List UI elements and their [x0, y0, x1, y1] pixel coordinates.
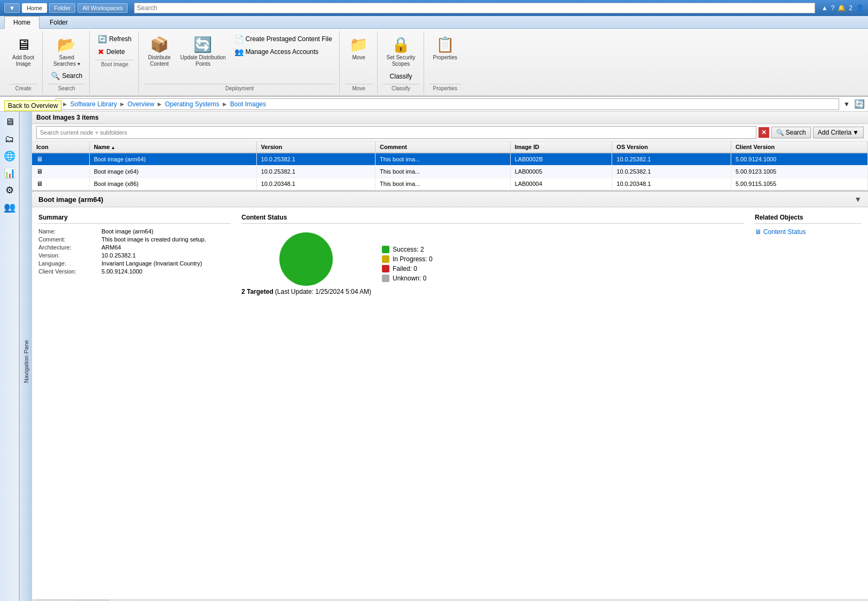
refresh-button[interactable]: 🔄 Refresh: [95, 33, 134, 45]
classify-buttons: 🔒 Set SecurityScopes: [383, 33, 419, 71]
classify-button-small[interactable]: Classify: [387, 71, 415, 82]
col-comment[interactable]: Comment: [376, 142, 511, 153]
notification-icon[interactable]: 🔔: [838, 4, 846, 12]
table-row[interactable]: 🖥 Boot image (x64) 10.0.25382.1 This boo…: [32, 166, 868, 178]
col-version[interactable]: Version: [256, 142, 376, 153]
search-clear-button[interactable]: ✕: [758, 127, 769, 138]
summary-field-row: Comment:This boot image is created durin…: [38, 236, 231, 243]
search-button-small[interactable]: 🔍 Search: [48, 70, 85, 82]
detail-header: Boot image (arm64) ▼: [32, 192, 868, 207]
ribbon-tab-home[interactable]: Home: [4, 16, 40, 29]
row-icon: 🖥: [36, 155, 43, 163]
create-prestaged-button[interactable]: 📄 Create Prestaged Content File: [232, 33, 335, 45]
breadcrumb-operating-systems[interactable]: Operating Systems: [165, 100, 220, 108]
table-row[interactable]: 🖥 Boot image (arm64) 10.0.25382.1 This b…: [32, 153, 868, 166]
pie-chart: [279, 232, 333, 286]
col-name[interactable]: Name: [89, 142, 256, 153]
distribute-content-icon: 📦: [150, 36, 169, 53]
refresh-address-icon[interactable]: 🔄: [854, 99, 865, 109]
search-buttons: 📂 SavedSearches ▾: [50, 33, 84, 70]
table-row[interactable]: 🖥 Boot image (x86) 10.0.20348.1 This boo…: [32, 178, 868, 190]
back-to-overview-text: Back to Overview: [8, 102, 58, 110]
sidebar-icon-5[interactable]: ⚙: [2, 182, 18, 198]
search-bar: ✕ 🔍 Search Add Criteria ▼: [32, 124, 868, 142]
update-dist-points-label: Update DistributionPoints: [180, 54, 225, 67]
content-status-section: Content Status 2 Targeted (Last Update: …: [241, 214, 744, 593]
add-boot-image-button[interactable]: 🖥 Add BootImage: [9, 33, 38, 70]
manage-access-label: Manage Access Accounts: [246, 48, 319, 56]
move-group-label: Move: [345, 84, 373, 91]
col-image-id[interactable]: Image ID: [510, 142, 612, 153]
ribbon-group-move: 📁 Move Move: [341, 31, 378, 93]
related-link-item[interactable]: 🖥Content Status: [755, 228, 862, 236]
cell-client-version: 5.00.9123.1005: [731, 166, 867, 178]
chart-label: 2 Targeted (Last Update: 1/25/2024 5:04 …: [241, 288, 371, 295]
related-section: Related Objects 🖥Content Status: [755, 214, 862, 593]
breadcrumb-boot-images[interactable]: Boot Images: [230, 100, 266, 108]
breadcrumb-sep3: ►: [222, 100, 228, 108]
col-icon[interactable]: Icon: [32, 142, 89, 153]
ribbon-tab-folder[interactable]: Folder: [41, 16, 77, 28]
cell-image-id: LAB00004: [510, 178, 612, 190]
user-icon[interactable]: 👤: [856, 4, 864, 12]
cell-icon: 🖥: [32, 166, 89, 178]
breadcrumb: \ ► Software Library ► Overview ► Operat…: [56, 98, 839, 110]
col-client-version[interactable]: Client Version: [731, 142, 867, 153]
saved-searches-button[interactable]: 📂 SavedSearches ▾: [50, 33, 84, 70]
navigation-pane-label: Navigation Pane: [19, 112, 32, 601]
sidebar-icon-4[interactable]: 📊: [2, 165, 18, 181]
manage-access-button[interactable]: 👥 Manage Access Accounts: [232, 46, 335, 58]
col-os-version[interactable]: OS Version: [612, 142, 731, 153]
breadcrumb-dropdown[interactable]: ▼: [841, 99, 852, 110]
sidebar-icon-2[interactable]: 🗂: [2, 131, 18, 147]
help-icon[interactable]: ?: [831, 4, 835, 12]
delete-button[interactable]: ✖ Delete: [95, 46, 134, 58]
field-label: Version:: [38, 252, 97, 259]
legend-color: [382, 255, 389, 263]
set-security-scopes-button[interactable]: 🔒 Set SecurityScopes: [383, 33, 419, 70]
cell-comment: This boot ima...: [376, 166, 511, 178]
create-buttons: 🖥 Add BootImage: [9, 33, 38, 82]
search-input[interactable]: [36, 126, 756, 139]
workspace-selector[interactable]: All Workspaces: [77, 3, 128, 13]
sidebar-icon-1[interactable]: 🖥: [2, 114, 18, 130]
sidebar-icon-6[interactable]: 👥: [2, 199, 18, 215]
global-search-input[interactable]: [134, 3, 815, 13]
collapse-icon[interactable]: ▲: [822, 4, 828, 12]
ribbon-group-create: 🖥 Add BootImage Create: [4, 31, 43, 93]
cell-os-version: 10.0.20348.1: [612, 178, 731, 190]
classify-group-label: Classify: [383, 84, 419, 91]
ribbon-content: 🖥 Add BootImage Create 📂 SavedSearches ▾…: [0, 29, 868, 96]
update-dist-points-button[interactable]: 🔄 Update DistributionPoints: [176, 33, 229, 70]
field-value: 5.00.9124.1000: [101, 268, 142, 275]
summary-field-row: Client Version:5.00.9124.1000: [38, 268, 231, 275]
boot-images-table: Icon Name Version Comment Image ID OS Ve…: [32, 142, 868, 190]
back-to-overview-tooltip: Back to Overview: [4, 100, 61, 111]
field-value: Boot image (arm64): [101, 228, 153, 235]
cell-image-id: LAB0002B: [510, 153, 612, 166]
breadcrumb-overview[interactable]: Overview: [128, 100, 154, 108]
detail-collapse-btn[interactable]: ▼: [854, 195, 862, 204]
list-section: Boot Images 3 items ✕ 🔍 Search Add Crite…: [32, 112, 868, 191]
move-button[interactable]: 📁 Move: [345, 33, 373, 64]
ribbon-tabs: Home Folder: [0, 16, 868, 29]
search-execute-button[interactable]: 🔍 Search: [771, 127, 811, 138]
update-dist-points-icon: 🔄: [193, 36, 212, 53]
cell-comment: This boot ima...: [376, 178, 511, 190]
properties-button[interactable]: 📋 Properties: [429, 33, 462, 64]
manage-access-icon: 👥: [234, 48, 244, 56]
add-criteria-button[interactable]: Add Criteria ▼: [813, 127, 864, 138]
cell-icon: 🖥: [32, 153, 89, 166]
legend-color: [382, 246, 389, 253]
cell-client-version: 5.00.9115.1055: [731, 178, 867, 190]
tab-home[interactable]: Home: [22, 3, 47, 13]
sidebar-icon-3[interactable]: 🌐: [2, 148, 18, 164]
sidebar-collapse-btn[interactable]: ▼: [4, 598, 15, 601]
legend-label: Success: 2: [393, 246, 424, 253]
field-label: Language:: [38, 260, 97, 267]
tab-folder[interactable]: Folder: [49, 3, 75, 13]
search-icon: 🔍: [776, 129, 784, 136]
distribute-content-button[interactable]: 📦 DistributeContent: [144, 33, 174, 70]
breadcrumb-software-library[interactable]: Software Library: [71, 100, 117, 108]
app-dropdown-btn[interactable]: ▼: [4, 3, 20, 13]
